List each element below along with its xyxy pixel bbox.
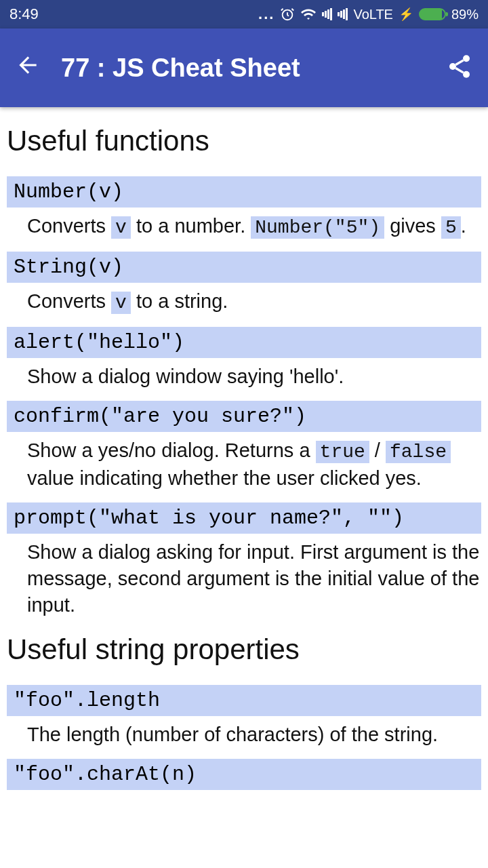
status-bar: 8:49 ... VoLTE ⚡ 89% <box>0 0 488 28</box>
code-inline: false <box>386 441 451 463</box>
content-area[interactable]: Useful functionsNumber(v)Converts v to a… <box>0 107 488 804</box>
term-block: "foo".lengthThe length (number of charac… <box>7 685 481 753</box>
charging-icon: ⚡ <box>399 7 413 22</box>
term-block: String(v)Converts v to a string. <box>7 252 481 321</box>
alarm-icon <box>280 7 295 22</box>
code-inline: v <box>111 292 131 314</box>
term-description: Converts v to a string. <box>7 283 481 321</box>
term-description: The length (number of characters) of the… <box>7 716 481 753</box>
battery-icon <box>419 8 446 20</box>
svg-point-3 <box>463 71 470 78</box>
term-header: "foo".charAt(n) <box>7 759 481 790</box>
code-inline: true <box>316 441 369 463</box>
app-bar: 77 : JS Cheat Sheet <box>0 28 488 107</box>
status-icons: ... VoLTE ⚡ 89% <box>258 5 479 23</box>
term-header: "foo".length <box>7 685 481 716</box>
back-button[interactable] <box>15 52 41 84</box>
svg-point-1 <box>463 55 470 62</box>
term-header: prompt("what is your name?", "") <box>7 502 481 534</box>
wifi-icon <box>300 6 317 22</box>
volte-label: VoLTE <box>353 7 393 22</box>
code-inline: v <box>111 216 131 239</box>
term-block: prompt("what is your name?", "")Show a d… <box>7 502 481 624</box>
term-description: Show a dialog asking for input. First ar… <box>7 534 481 624</box>
term-header: confirm("are you sure?") <box>7 401 481 432</box>
code-inline: Number("5") <box>251 216 384 239</box>
signal-icon-1 <box>322 8 332 20</box>
term-header: Number(v) <box>7 176 481 208</box>
term-header: String(v) <box>7 252 481 283</box>
signal-icon-2 <box>338 8 348 20</box>
code-inline: 5 <box>441 216 461 239</box>
section-heading: Useful functions <box>7 125 481 157</box>
battery-percent: 89% <box>451 7 479 22</box>
term-header: alert("hello") <box>7 327 481 358</box>
term-block: "foo".charAt(n) <box>7 759 481 790</box>
term-description: Show a yes/no dialog. Returns a true / f… <box>7 432 481 497</box>
term-block: confirm("are you sure?")Show a yes/no di… <box>7 401 481 497</box>
term-block: alert("hello")Show a dialog window sayin… <box>7 327 481 395</box>
section-heading: Useful string properties <box>7 633 481 666</box>
status-time: 8:49 <box>9 5 39 23</box>
term-description: Show a dialog window saying 'hello'. <box>7 358 481 395</box>
more-dots-icon: ... <box>258 5 274 23</box>
term-block: Number(v)Converts v to a number. Number(… <box>7 176 481 246</box>
term-description: Converts v to a number. Number("5") give… <box>7 208 481 246</box>
svg-point-2 <box>449 63 456 70</box>
page-title: 77 : JS Cheat Sheet <box>61 54 446 83</box>
share-button[interactable] <box>446 53 473 83</box>
